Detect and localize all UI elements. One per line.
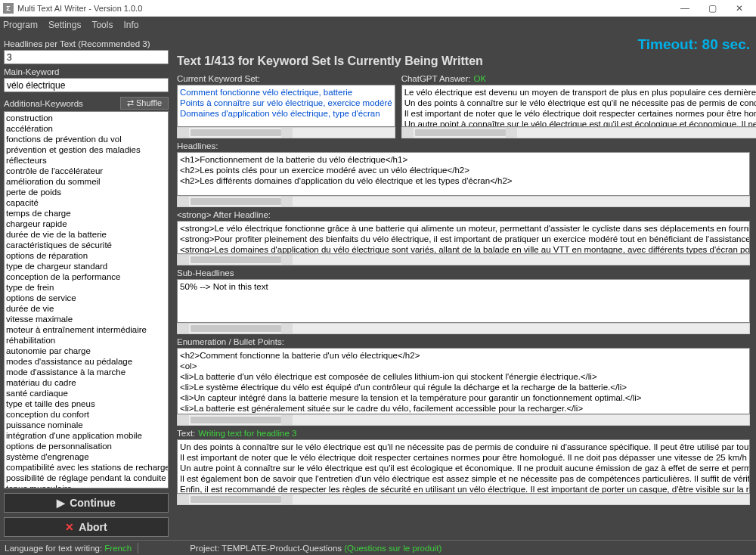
list-item[interactable]: perte de poids [6,187,166,197]
list-item[interactable]: intégration d'une application mobile [6,430,166,441]
list-item[interactable]: caractéristiques de sécurité [6,240,166,250]
shuffle-button[interactable]: ⇄ Shuffle [120,97,169,110]
h-scrollbar[interactable] [177,127,395,138]
list-item[interactable]: fonctions de prévention du vol [6,134,166,144]
main-keyword-label: Main-Keyword [4,67,169,76]
list-item[interactable]: conception de la performance [6,271,166,282]
titlebar: Σ Multi Text AI Writer - Version 1.0.0 —… [0,0,756,17]
list-item[interactable]: réhabilitation [6,335,166,346]
list-item[interactable]: autonomie par charge [6,346,166,356]
h-scrollbar[interactable] [177,494,750,505]
list-item[interactable]: compatibilité avec les stations de recha… [6,462,166,473]
list-item[interactable]: mode d'assistance à la marche [6,367,166,377]
list-item[interactable]: contrôle de l'accélérateur [6,166,166,176]
h-scrollbar[interactable] [177,323,750,334]
panel-line: 50% --> Not in this text [180,281,747,292]
sub-headlines-label: Sub-Headlines [177,268,750,278]
panel-line: Un autre point à connaître sur le vélo é… [180,463,747,473]
panel-line: <h2>Comment fonctionne la batterie d'un … [180,350,747,361]
panel-line: <strong>Pour profiter pleinement des bie… [180,234,747,244]
app-icon: Σ [3,3,14,14]
list-item[interactable]: moteur à entraînement intermédiaire [6,324,166,335]
right-panel: Timeout: 80 sec. Text 1/413 for Keyword … [172,33,756,540]
list-item[interactable]: amélioration du sommeil [6,176,166,187]
panel-line: <strong>Les domaines d'application du vé… [180,244,747,254]
menu-program[interactable]: Program [3,20,38,30]
status-language-label: Language for text writing: [5,544,102,553]
play-icon: ▶ [57,497,65,509]
h-scrollbar[interactable] [177,414,750,426]
list-item[interactable]: construction [6,113,166,123]
menu-info[interactable]: Info [123,20,138,30]
h-scrollbar[interactable] [177,254,750,265]
menubar: Program Settings Tools Info [0,17,756,33]
panel-line: Un autre point à connaître sur le vélo é… [404,119,756,127]
maximize-button[interactable]: ▢ [699,3,726,14]
list-item[interactable]: durée de vie de la batterie [6,229,166,240]
status-project-paren: (Questions sur le produit) [344,544,442,553]
window-title: Multi Text AI Writer - Version 1.0.0 [17,4,142,13]
close-button[interactable]: ✕ [726,3,753,14]
menu-settings[interactable]: Settings [48,20,81,30]
panel-line: <li>Le système électrique du vélo est éq… [180,382,747,392]
list-item[interactable]: options de service [6,293,166,303]
list-item[interactable]: options de personnalisation [6,441,166,451]
after-headline-panel[interactable]: <strong>Le vélo électrique fonctionne gr… [177,221,750,254]
additional-keywords-list[interactable]: constructionaccélérationfonctions de pré… [4,111,169,488]
chatgpt-status: OK [473,74,486,83]
text-panel[interactable]: Un des points à connaître sur le vélo él… [177,439,750,494]
list-item[interactable]: système d'engrenage [6,451,166,462]
text-label: Text:Writing text for headline 3 [177,429,750,438]
headlines-per-text-input[interactable] [4,50,169,64]
enumeration-panel[interactable]: <h2>Comment fonctionne la batterie d'un … [177,348,750,414]
list-item[interactable]: conception du confort [6,409,166,420]
panel-line: <ol> [180,361,747,371]
list-item[interactable]: possibilité de réglage pendant la condui… [6,473,166,483]
timeout-text: Timeout: 80 sec. [177,36,750,53]
panel-line: <strong>Le vélo électrique fonctionne gr… [180,223,747,234]
minimize-button[interactable]: — [671,3,699,14]
list-item[interactable]: matériau du cadre [6,377,166,388]
h-scrollbar[interactable] [401,127,756,138]
chatgpt-answer-panel[interactable]: Le vélo électrique est devenu un moyen d… [401,85,756,127]
additional-keywords-label: Additional-Keywords [4,99,83,108]
list-item[interactable]: type de frein [6,282,166,293]
status-language-value: French [104,544,132,553]
main-keyword-input[interactable] [4,78,169,92]
after-headline-label: <strong> After Headline: [177,210,750,219]
list-item[interactable]: réflecteurs [6,155,166,166]
list-item[interactable]: options de réparation [6,250,166,261]
list-item[interactable]: tonus musculaire [6,483,166,488]
list-item[interactable]: temps de charge [6,208,166,219]
list-item[interactable]: modes d'assistance au pédalage [6,356,166,367]
list-item[interactable]: accélération [6,123,166,134]
headlines-panel[interactable]: <h1>Fonctionnement de la batterie du vél… [177,152,750,196]
h-scrollbar[interactable] [177,196,750,207]
continue-button[interactable]: ▶ Continue [4,493,169,513]
list-item[interactable]: vitesse maximale [6,314,166,324]
current-keyword-set-panel[interactable]: Comment fonctionne vélo électrique, batt… [177,85,395,127]
panel-line: Il est important de noter que le vélo él… [404,108,756,119]
list-item[interactable]: santé cardiaque [6,388,166,398]
list-item[interactable]: prévention et gestion des maladies [6,144,166,155]
list-item[interactable]: chargeur rapide [6,219,166,229]
sub-headlines-panel[interactable]: 50% --> Not in this text [177,279,750,323]
enumeration-label: Enumeration / Bullet Points: [177,337,750,346]
panel-line: <h2>Les points clés pour un exercice mod… [180,165,747,175]
list-item[interactable]: puissance nominale [6,420,166,430]
panel-line: <li>La durée de vie d'une batterie de vé… [180,414,747,414]
abort-button[interactable]: ✕ Abort [4,517,169,537]
text-status: Writing text for headline 3 [198,429,296,438]
status-project-label: Project: TEMPLATE-Product-Questions [190,544,342,553]
panel-line: <li>Un capteur intégré dans la batterie … [180,392,747,403]
list-item[interactable]: durée de vie [6,303,166,314]
current-keyword-set-label: Current Keyword Set: [177,74,395,83]
panel-line: Un des points à connaître sur le vélo él… [404,98,756,108]
status-bar: Language for text writing: French Projec… [0,540,756,555]
menu-tools[interactable]: Tools [91,20,113,30]
list-item[interactable]: type et taille des pneus [6,398,166,409]
list-item[interactable]: type de chargeur standard [6,261,166,271]
panel-line: Il est important de noter que le vélo él… [180,452,747,463]
left-panel: Headlines per Text (Recommended 3) Main-… [0,33,172,540]
list-item[interactable]: capacité [6,197,166,208]
